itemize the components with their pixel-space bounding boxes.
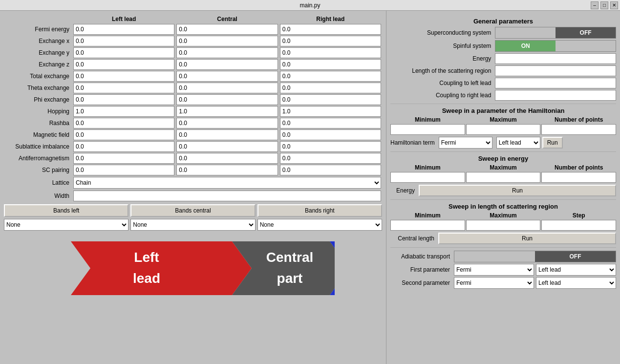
param-central-input[interactable] (176, 59, 278, 70)
main-content: Left lead Central Right lead Fermi energ… (0, 11, 620, 364)
energy-label: Energy (390, 55, 495, 62)
maximize-button[interactable]: □ (600, 1, 608, 9)
adiabatic-off-label: OFF (535, 251, 616, 262)
width-label: Width (4, 190, 72, 202)
bands-buttons-row: Bands left Bands central Bands right (4, 204, 382, 217)
param-right-input[interactable] (280, 153, 381, 164)
lattice-table: Lattice ChainSquareHoneycomb Width 1 (4, 176, 382, 202)
param-right-input[interactable] (280, 106, 381, 117)
bands-right-select[interactable]: None (257, 219, 382, 231)
bands-central-button[interactable]: Bands central (130, 204, 255, 217)
energy-control: 0.0 (495, 53, 616, 64)
param-central-input[interactable] (176, 153, 278, 164)
central-text2: part (277, 271, 303, 286)
sweep-energy-pts-input[interactable]: 50 (541, 172, 616, 183)
central-length-row: Central length Run (390, 233, 616, 244)
param-central-input[interactable] (176, 36, 278, 46)
window-title: main.py (299, 2, 320, 9)
sweep-length-step-input[interactable]: 1 (541, 220, 616, 231)
param-left-input[interactable] (73, 129, 174, 140)
sweep-ham-max-input[interactable]: 1.0 (466, 124, 541, 135)
param-left-input[interactable] (73, 71, 174, 82)
second-param-term-select[interactable]: FermiExchange xExchange y (454, 277, 534, 289)
param-left-input[interactable] (73, 47, 174, 58)
param-left-input[interactable] (73, 24, 174, 35)
param-left-input[interactable] (73, 153, 174, 164)
coupling-right-label: Coupling to right lead (390, 92, 495, 99)
superconducting-toggle[interactable]: OFF (495, 27, 616, 39)
param-central-input[interactable] (176, 83, 278, 93)
energy-run-row: Energy Run (390, 185, 616, 196)
param-central-input[interactable] (176, 94, 278, 105)
first-param-lead-select[interactable]: Left leadCentralRight lead (536, 264, 616, 276)
sweep-ham-min-label: Minimum (390, 116, 465, 123)
hamiltonian-term-row: Hamiltonian term FermiExchange xExchange… (390, 137, 616, 149)
hamiltonian-term-select[interactable]: FermiExchange xExchange yExchange zHoppi… (439, 137, 492, 149)
table-row: Total exchange (4, 70, 382, 82)
param-right-input[interactable] (280, 24, 381, 35)
param-left-input[interactable] (73, 118, 174, 128)
param-left-input[interactable] (73, 165, 174, 175)
param-central-input[interactable] (176, 141, 278, 152)
param-left-input[interactable] (73, 59, 174, 70)
param-central-input[interactable] (176, 165, 278, 175)
minimize-button[interactable]: – (591, 1, 599, 9)
col-right-lead: Right lead (279, 15, 382, 23)
param-central-input[interactable] (176, 106, 278, 117)
sweep-length-max-input[interactable]: 10 (466, 220, 541, 231)
bands-left-button[interactable]: Bands left (4, 204, 128, 217)
param-left-input[interactable] (73, 141, 174, 152)
param-left-input[interactable] (73, 83, 174, 93)
scattering-length-label: Length of the scattering region (390, 67, 495, 74)
sweep-energy-min-input[interactable]: -1.0 (390, 172, 465, 183)
bands-right-button[interactable]: Bands right (257, 204, 382, 217)
bands-left-select[interactable]: None (4, 219, 128, 231)
sweep-ham-run-button[interactable]: Run (542, 137, 563, 149)
energy-input[interactable]: 0.0 (495, 53, 616, 64)
param-right-input[interactable] (280, 129, 381, 140)
param-central-input[interactable] (176, 118, 278, 128)
sweep-length-run-button[interactable]: Run (438, 233, 616, 244)
first-param-term-select[interactable]: FermiExchange xExchange y (454, 264, 534, 276)
param-right-input[interactable] (280, 94, 381, 105)
ham-lead-select[interactable]: Left leadCentralRight lead (496, 137, 540, 149)
param-right-input[interactable] (280, 71, 381, 82)
sweep-energy-max-input[interactable]: 1.0 (466, 172, 541, 183)
sweep-length-min-input[interactable]: 1 (390, 220, 465, 231)
toggle-on-grey (556, 41, 616, 51)
sweep-ham-pts-input[interactable]: 50 (541, 124, 616, 135)
sweep-ham-min-input[interactable]: -1.0 (390, 124, 465, 135)
param-central-input[interactable] (176, 24, 278, 35)
param-central-input[interactable] (176, 129, 278, 140)
param-right-input[interactable] (280, 47, 381, 58)
coupling-right-input[interactable]: 1.0 (495, 90, 616, 101)
param-left-input[interactable] (73, 94, 174, 105)
lattice-select[interactable]: ChainSquareHoneycomb (73, 177, 381, 189)
param-right-input[interactable] (280, 165, 381, 175)
sweep-energy-run-button[interactable]: Run (419, 185, 616, 196)
param-right-input[interactable] (280, 59, 381, 70)
scattering-length-input[interactable]: 1 (495, 65, 616, 76)
param-left-input[interactable] (73, 106, 174, 117)
param-central-input[interactable] (176, 47, 278, 58)
param-label: Magnetic field (4, 129, 72, 141)
param-left-input[interactable] (73, 36, 174, 46)
superconducting-row: Superconducting system OFF (390, 27, 616, 39)
bands-central-select[interactable]: None (130, 219, 255, 231)
table-row: Theta exchange (4, 82, 382, 94)
param-right-input[interactable] (280, 36, 381, 46)
close-button[interactable]: ✕ (610, 1, 618, 9)
coupling-right-row: Coupling to right lead 1.0 (390, 90, 616, 101)
coupling-left-input[interactable]: 1.0 (495, 78, 616, 88)
adiabatic-toggle[interactable]: OFF (454, 251, 616, 262)
param-right-input[interactable] (280, 118, 381, 128)
col-left-lead: Left lead (72, 15, 175, 23)
spinful-toggle[interactable]: ON (495, 40, 616, 52)
param-right-input[interactable] (280, 83, 381, 93)
second-param-lead-select[interactable]: Left leadCentralRight lead (536, 277, 616, 289)
param-right-input[interactable] (280, 141, 381, 152)
first-param-label: First parameter (390, 266, 454, 273)
diagram-container: Left lead Central part Right lead (4, 236, 382, 300)
width-input[interactable]: 1 (73, 191, 381, 201)
param-central-input[interactable] (176, 71, 278, 82)
